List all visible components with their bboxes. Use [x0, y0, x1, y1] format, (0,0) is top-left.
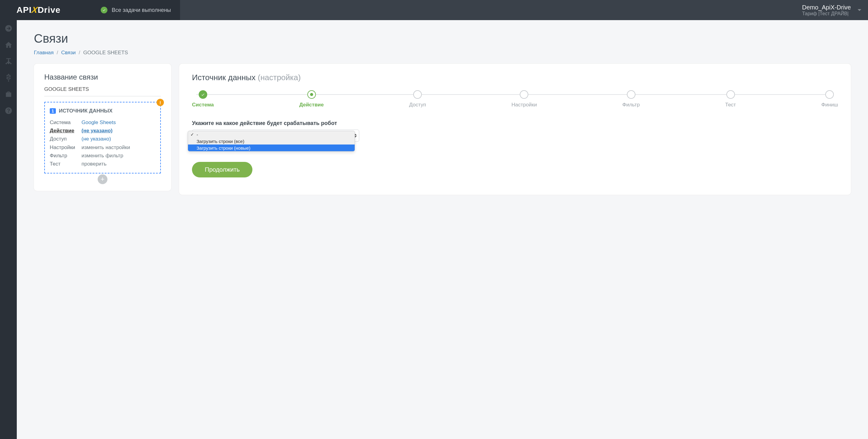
tasks-status-block[interactable]: Все задачи выполнены: [95, 0, 180, 20]
step-dot-icon: [825, 90, 834, 99]
svg-point-0: [8, 58, 9, 60]
wizard-step[interactable]: Система: [192, 90, 214, 108]
sidebar-item-home[interactable]: [0, 37, 17, 53]
action-field-label: Укажите на какое действие будет срабатыв…: [192, 120, 838, 127]
breadcrumb-links[interactable]: Связи: [61, 50, 76, 56]
account-tariff: Тариф |Тест ДРАЙВ|: [802, 11, 851, 16]
logo-text-pre: API: [17, 5, 32, 15]
sidebar: [0, 0, 17, 439]
sidebar-item-help[interactable]: [0, 102, 17, 119]
chevron-down-icon: [858, 9, 861, 11]
breadcrumb: Главная / Связи / GOOGLE SHEETS: [34, 50, 851, 56]
dropdown-option[interactable]: Загрузить строки (все): [188, 138, 355, 144]
wizard-step[interactable]: Финиш: [821, 90, 838, 108]
tasks-status-text: Все задачи выполнены: [112, 7, 171, 13]
wizard-steps: СистемаДействиеДоступНастройкиФильтрТест…: [192, 90, 838, 108]
step-label: Доступ: [409, 102, 426, 108]
step-label: Финиш: [821, 102, 838, 108]
step-dot-icon: [726, 90, 735, 99]
check-circle-icon: [101, 7, 107, 13]
continue-button[interactable]: Продолжить: [192, 162, 252, 177]
panel-connection: Название связи GOOGLE SHEETS ! 1 ИСТОЧНИ…: [34, 64, 171, 191]
source-number-badge: 1: [50, 108, 56, 114]
row-filter-key: Фильтр: [50, 151, 82, 160]
row-access-key: Доступ: [50, 135, 82, 143]
row-access-value[interactable]: (не указано): [82, 135, 111, 143]
step-label: Действие: [299, 102, 323, 108]
row-settings-key: Настройки: [50, 143, 82, 151]
wizard-step[interactable]: Доступ: [409, 90, 426, 108]
sidebar-item-billing[interactable]: [0, 69, 17, 86]
row-filter-value[interactable]: изменить фильтр: [82, 151, 123, 160]
step-dot-icon: [413, 90, 422, 99]
step-label: Тест: [725, 102, 736, 108]
breadcrumb-sep: /: [57, 50, 58, 56]
step-label: Фильтр: [622, 102, 640, 108]
step-dot-icon: [520, 90, 528, 99]
row-system-key: Система: [50, 118, 82, 127]
logo[interactable]: APIXDrive: [0, 0, 95, 20]
source-heading: ИСТОЧНИК ДАННЫХ: [59, 108, 113, 114]
sidebar-item-briefcase[interactable]: [0, 86, 17, 102]
data-source-title: Источник данных (настройка): [192, 73, 838, 82]
row-settings-value[interactable]: изменить настройки: [82, 143, 130, 151]
account-menu[interactable]: Demo_ApiX-Drive Тариф |Тест ДРАЙВ|: [796, 0, 868, 20]
page-title: Связи: [34, 32, 851, 45]
step-dot-icon: [199, 90, 207, 99]
wizard-step[interactable]: Тест: [725, 90, 736, 108]
warning-icon: !: [157, 99, 164, 106]
connection-name[interactable]: GOOGLE SHEETS: [44, 86, 161, 96]
data-source-title-sub: (настройка): [258, 73, 301, 82]
row-action-value[interactable]: (не указано): [82, 127, 113, 135]
connection-title: Название связи: [44, 73, 161, 81]
step-dot-icon: [627, 90, 636, 99]
logo-text-post: Drive: [37, 5, 60, 15]
sidebar-item-links[interactable]: [0, 53, 17, 69]
breadcrumb-home[interactable]: Главная: [34, 50, 54, 56]
breadcrumb-sep: /: [79, 50, 80, 56]
breadcrumb-current: GOOGLE SHEETS: [83, 50, 128, 56]
add-step-button[interactable]: +: [98, 174, 107, 184]
dropdown-option[interactable]: -: [188, 131, 355, 138]
row-system-value[interactable]: Google Sheets: [82, 118, 116, 127]
action-select[interactable]: -Загрузить строки (все)Загрузить строки …: [192, 130, 359, 142]
account-name: Demo_ApiX-Drive: [802, 4, 851, 11]
dropdown-option[interactable]: Загрузить строки (новые): [188, 144, 355, 151]
step-label: Система: [192, 102, 214, 108]
wizard-step[interactable]: Настройки: [512, 90, 537, 108]
step-label: Настройки: [512, 102, 537, 108]
panel-data-source: Источник данных (настройка) СистемаДейст…: [179, 64, 851, 195]
data-source-title-main: Источник данных: [192, 73, 255, 82]
row-action-key: Действие: [50, 127, 82, 135]
step-dot-icon: [307, 90, 316, 99]
wizard-step[interactable]: Фильтр: [622, 90, 640, 108]
row-test-value[interactable]: проверить: [82, 160, 106, 168]
wizard-step[interactable]: Действие: [299, 90, 323, 108]
row-test-key: Тест: [50, 160, 82, 168]
topbar: APIXDrive Все задачи выполнены Demo_ApiX…: [0, 0, 868, 20]
action-dropdown: -Загрузить строки (все)Загрузить строки …: [188, 131, 355, 151]
sidebar-item-enter[interactable]: [0, 20, 17, 37]
data-source-box: ! 1 ИСТОЧНИК ДАННЫХ СистемаGoogle Sheets…: [44, 102, 161, 173]
